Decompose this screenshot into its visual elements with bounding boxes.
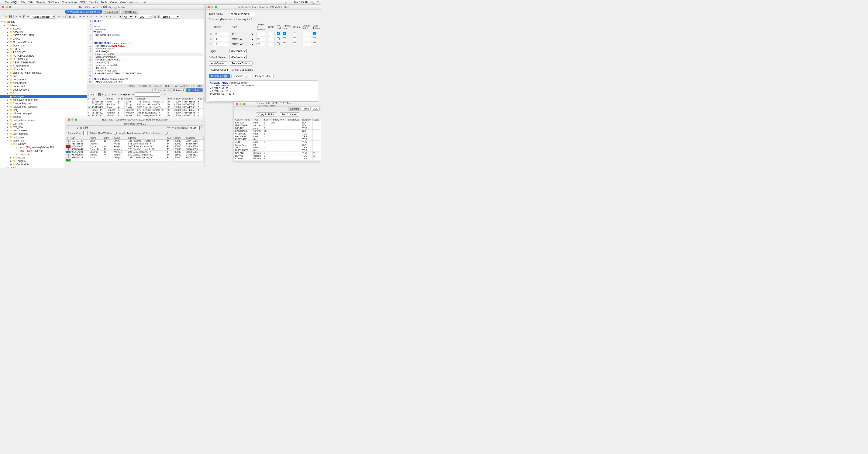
menu-file[interactable]: File	[21, 1, 26, 4]
tree-item[interactable]: ▶📁Account2	[0, 30, 87, 34]
close-icon[interactable]: ⊗	[188, 89, 190, 91]
filter-input[interactable]	[135, 93, 160, 97]
menu-code[interactable]: Code	[110, 1, 117, 4]
col-type-select[interactable]: INT	[231, 32, 254, 36]
on-select[interactable]: On	[122, 15, 133, 19]
schema-select[interactable]: sample	[161, 15, 180, 19]
db-icon[interactable]: 🗄	[23, 15, 26, 18]
save-icon[interactable]: 💾	[9, 15, 12, 18]
zoom-icon[interactable]	[75, 118, 77, 121]
remove-column-button[interactable]: Remove Column	[229, 61, 253, 66]
tree-item[interactable]: ▶📁RESUMEXML	[0, 58, 87, 61]
tree-item[interactable]: ▶📁a_department	[0, 64, 87, 68]
run-all-icon[interactable]: ⇊	[113, 15, 116, 18]
undo-icon[interactable]: ↶	[108, 93, 111, 96]
quick-connect-select[interactable]: <Quick Connect>	[30, 15, 55, 19]
off-button[interactable]: OFF	[89, 93, 96, 96]
tree-item[interactable]: ▶📁foreign_key_pair	[0, 102, 87, 105]
sort-icon[interactable]: ≡	[117, 93, 118, 96]
open-icon[interactable]: 📂	[5, 15, 8, 18]
edit-tab[interactable]: Table Data	[124, 122, 135, 125]
col-type-select[interactable]: VARCHAR	[231, 37, 254, 41]
describe-tab[interactable]: Columns	[288, 107, 301, 110]
redo-icon[interactable]: ↷	[111, 93, 113, 96]
save-icon[interactable]: 💾	[85, 126, 88, 129]
execute-sql-button[interactable]: Execute SQL	[231, 74, 251, 78]
unique-checkbox[interactable]	[293, 37, 296, 40]
tree-item[interactable]: ▶📁california_water_districts	[0, 71, 87, 74]
table-icon[interactable]: ▦	[69, 15, 72, 18]
redo-icon[interactable]: ↷	[169, 126, 172, 129]
default-input[interactable]	[303, 37, 311, 41]
edit-tab[interactable]: Keys	[135, 122, 141, 125]
col-name-input[interactable]	[214, 32, 229, 36]
cancel-icon[interactable]: ⊘	[76, 126, 79, 129]
tree-item[interactable]: ▶📁dependent	[0, 85, 87, 88]
tree-item[interactable]: ▶📁jkhkj	[0, 108, 87, 112]
tree-item[interactable]: ▶📁PURCHASEORDER	[0, 54, 87, 58]
redo-icon[interactable]: ↷	[99, 15, 102, 18]
close-icon[interactable]: ⊗	[173, 89, 175, 91]
tree-item[interactable]: ▶📁TEST_TIMESTAMP	[0, 61, 87, 64]
menu-results[interactable]: Results	[89, 1, 98, 4]
menu-view[interactable]: View	[120, 1, 126, 4]
disconnect-icon[interactable]: ⬌	[19, 15, 22, 18]
default-input[interactable]	[303, 32, 311, 36]
add-icon[interactable]: ＋	[70, 126, 72, 129]
copy-to-editor-button[interactable]: Copy To Editor	[256, 112, 277, 117]
export-icon[interactable]: ⬇	[102, 93, 104, 96]
tree-item[interactable]: ▶📁dept_locations	[0, 88, 87, 91]
edit-tab[interactable]: SQL	[141, 122, 146, 125]
close-tab-icon[interactable]: ✕	[123, 10, 124, 13]
tree-item[interactable]: ▶📁employee	[0, 95, 87, 98]
menu-search[interactable]: Search	[36, 1, 45, 4]
list-icon[interactable]: ☰	[90, 15, 93, 18]
default-input[interactable]	[303, 42, 311, 46]
fwd-icon[interactable]: ▶	[125, 93, 127, 96]
tree-icon[interactable]: 🌲	[157, 15, 160, 18]
minimize-icon[interactable]	[240, 103, 242, 105]
col-scale-input[interactable]	[268, 32, 275, 36]
tree-item[interactable]: ▶📁primary_key_pair	[0, 112, 87, 115]
close-icon[interactable]: ⊗	[154, 89, 156, 91]
tree-item[interactable]: ▶📁PRODUCT	[0, 51, 87, 54]
copy-editor-button[interactable]: Copy to Editor	[253, 74, 274, 78]
close-tab-icon[interactable]: ✕	[104, 10, 106, 13]
result-tab[interactable]: ⊗ employee	[186, 88, 203, 92]
result-tab[interactable]: ⊗ Account	[171, 88, 186, 92]
edits-new-window-checkbox[interactable]	[114, 132, 117, 134]
col-name-input[interactable]	[214, 42, 229, 46]
menu-connections[interactable]: Connections	[62, 1, 77, 4]
menu-tools[interactable]: Tools	[101, 1, 107, 4]
col-length-input[interactable]	[256, 37, 265, 41]
not-null-checkbox[interactable]	[277, 37, 280, 40]
conn-tab[interactable]: ✕ Salesforce	[102, 10, 120, 13]
undo-icon[interactable]: ↶	[96, 15, 98, 18]
unique-checkbox[interactable]	[293, 32, 296, 35]
clear-icon[interactable]: ✗	[164, 93, 166, 96]
menu-help[interactable]: Help	[142, 1, 147, 4]
tree-item[interactable]: ▶📁e	[0, 91, 87, 95]
result-grid[interactable]: #ssnfnameminitlnameaddresssexsalarysuper…	[87, 97, 204, 120]
zoom-icon[interactable]	[9, 6, 11, 8]
not-null-checkbox[interactable]	[277, 32, 280, 35]
pk-checkbox[interactable]	[283, 42, 286, 45]
close-icon[interactable]	[208, 6, 210, 8]
refresh-icon[interactable]: ↻	[67, 126, 69, 129]
not-null-checkbox[interactable]	[277, 42, 280, 45]
pk-checkbox[interactable]	[283, 37, 286, 40]
minimize-icon[interactable]	[71, 118, 74, 121]
sort-icon[interactable]: ≡	[175, 127, 176, 129]
col-type-select[interactable]: VARCHAR	[231, 42, 254, 46]
schema-icon[interactable]: ▦	[153, 15, 156, 18]
autoinc-checkbox[interactable]	[313, 37, 316, 40]
tree-item[interactable]: ▶📁CATEGORY_SUNIL	[0, 34, 87, 37]
tree-item[interactable]: ▶📁foreign_key_separate	[0, 105, 87, 108]
autoinc-checkbox[interactable]	[313, 32, 316, 35]
close-icon[interactable]	[2, 6, 4, 8]
tree-item[interactable]: ▶📁employee_trigger_test	[0, 98, 87, 102]
tree-item[interactable]: ▶📁binary_test	[0, 68, 87, 71]
grid-icon[interactable]: ▤	[73, 15, 75, 18]
copy-icon[interactable]: ⧉	[61, 15, 64, 18]
save-result-icon[interactable]: 💾	[98, 93, 101, 96]
